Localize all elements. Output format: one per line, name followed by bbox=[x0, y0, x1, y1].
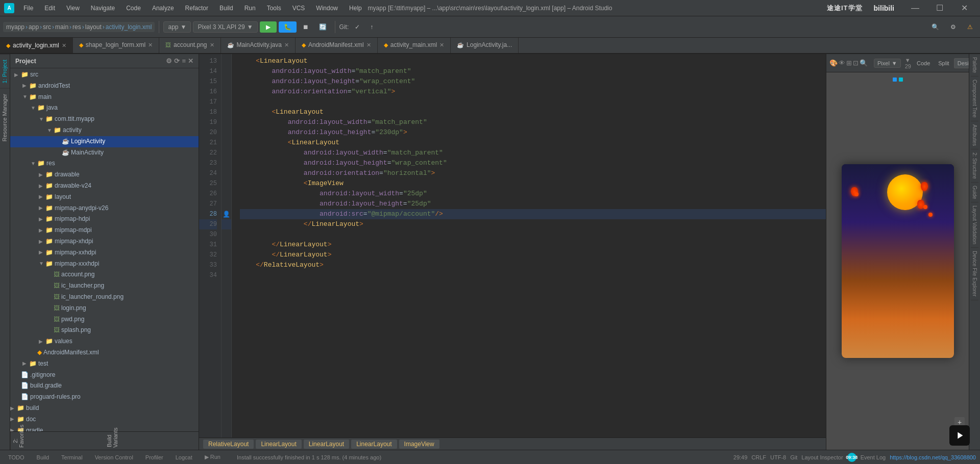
tree-item-drawable[interactable]: ▶ 📁 drawable bbox=[10, 169, 199, 181]
tree-item-mipmap-xxhdpi[interactable]: ▶ 📁 mipmap-xxhdpi bbox=[10, 247, 199, 259]
run-status-button[interactable]: ▶ Run bbox=[201, 453, 225, 461]
tab-mainactivity[interactable]: ☕ MainActivity.java ✕ bbox=[221, 38, 296, 53]
guide-tab[interactable]: Guide bbox=[971, 183, 978, 203]
notification-circle[interactable]: 09:38 bbox=[847, 453, 856, 462]
tree-item-activity-folder[interactable]: ▼ 📁 activity bbox=[10, 125, 199, 136]
tree-item-mipmap-anydpi[interactable]: ▶ 📁 mipmap-anydpi-v26 bbox=[10, 203, 199, 214]
tree-item-test[interactable]: ▶ 📁 test bbox=[10, 358, 199, 370]
bc-file[interactable]: activity_login.xml bbox=[106, 23, 152, 31]
profiler-button[interactable]: Profiler bbox=[141, 453, 167, 461]
preview-device-selector[interactable]: Pixel ▼ bbox=[874, 59, 901, 68]
bc-relativelayout[interactable]: RelativeLayout bbox=[203, 440, 254, 449]
tree-item-java[interactable]: ▼ 📁 java bbox=[10, 102, 199, 114]
tree-item-values[interactable]: ▶ 📁 values bbox=[10, 336, 199, 347]
component-tree-tab[interactable]: Component Tree bbox=[971, 76, 978, 121]
project-collapse-icon[interactable]: ≡ bbox=[182, 57, 186, 65]
menu-run[interactable]: Run bbox=[239, 3, 261, 14]
tab-close-4[interactable]: ✕ bbox=[366, 42, 371, 48]
tree-item-splash-png[interactable]: 🖼 splash.png bbox=[10, 325, 199, 336]
maximize-button[interactable]: ☐ bbox=[928, 0, 951, 16]
tab-loginactivity[interactable]: ☕ LoginActivity.ja... bbox=[451, 38, 519, 53]
menu-view[interactable]: View bbox=[61, 3, 85, 14]
app-selector[interactable]: app ▼ bbox=[163, 21, 191, 33]
constraint-icon[interactable]: ⊡ bbox=[853, 59, 859, 67]
attributes-tab[interactable]: Attributes bbox=[971, 121, 978, 149]
tree-item-mipmap-mdpi[interactable]: ▶ 📁 mipmap-mdpi bbox=[10, 225, 199, 236]
handle-tl[interactable] bbox=[893, 78, 897, 82]
event-log-button[interactable]: Event Log bbox=[861, 454, 886, 460]
logcat-button[interactable]: Logcat bbox=[172, 453, 197, 461]
tree-item-androidtest[interactable]: ▶ 📁 androidTest bbox=[10, 81, 199, 92]
tab-close-3[interactable]: ✕ bbox=[284, 42, 289, 48]
tree-item-proguard[interactable]: 📄 proguard-rules.pro bbox=[10, 392, 199, 403]
palette-icon[interactable]: 🎨 bbox=[829, 59, 838, 67]
handle-tr[interactable] bbox=[899, 78, 903, 82]
bc-main[interactable]: main bbox=[55, 23, 68, 31]
tree-item-layout[interactable]: ▶ 📁 layout bbox=[10, 192, 199, 203]
tree-item-drawable-v24[interactable]: ▶ 📁 drawable-v24 bbox=[10, 181, 199, 192]
bc-myapp[interactable]: myapp bbox=[6, 23, 24, 31]
palette-tab[interactable]: Palette bbox=[971, 54, 978, 76]
structure-tab[interactable]: 2: Structure bbox=[971, 149, 978, 183]
tree-item-src[interactable]: ▶ 📁 src bbox=[10, 69, 199, 81]
tree-item-account-png[interactable]: 🖼 account.png bbox=[10, 269, 199, 280]
menu-tools[interactable]: Tools bbox=[262, 3, 286, 14]
git-check-button[interactable]: ✓ bbox=[351, 21, 364, 33]
sync-button[interactable]: 🔄 bbox=[315, 21, 331, 33]
tree-item-ic-launcher[interactable]: 🖼 ic_launcher.png bbox=[10, 280, 199, 292]
device-file-explorer-tab[interactable]: Device File Explorer bbox=[971, 248, 978, 300]
tree-item-mipmap-xxxhdpi[interactable]: ▼ 📁 mipmap-xxxhdpi bbox=[10, 259, 199, 270]
terminal-button[interactable]: Terminal bbox=[57, 453, 87, 461]
tab-activity-main[interactable]: ◆ activity_main.xml ✕ bbox=[378, 38, 451, 53]
tab-manifest[interactable]: ◆ AndroidManifest.xml ✕ bbox=[296, 38, 378, 53]
device-selector[interactable]: Pixel 3 XL API 29 ▼ bbox=[193, 21, 257, 33]
menu-build[interactable]: Build bbox=[214, 3, 238, 14]
favorites-button[interactable]: 2: Favorites bbox=[10, 432, 105, 450]
layout-inspector-button[interactable]: Layout Inspector bbox=[801, 454, 843, 460]
tree-item-build-gradle-app[interactable]: 📄 build.gradle bbox=[10, 380, 199, 392]
run-button[interactable]: ▶ bbox=[260, 21, 277, 33]
tree-item-login-png[interactable]: 🖼 login.png bbox=[10, 303, 199, 314]
tab-close-0[interactable]: ✕ bbox=[62, 42, 66, 49]
video-player-button[interactable] bbox=[949, 425, 970, 446]
tab-shape-login[interactable]: ◆ shape_login_form.xml ✕ bbox=[73, 38, 159, 53]
tree-item-gradle-folder[interactable]: ▶ 📁 gradle bbox=[10, 425, 199, 432]
menu-navigate[interactable]: Navigate bbox=[86, 3, 120, 14]
menu-code[interactable]: Code bbox=[121, 3, 146, 14]
tree-item-doc-folder[interactable]: ▶ 📁 doc bbox=[10, 414, 199, 425]
project-panel-button[interactable]: 1: Project bbox=[0, 54, 10, 88]
project-close-icon[interactable]: ✕ bbox=[188, 57, 193, 65]
stop-button[interactable]: ⏹ bbox=[299, 21, 313, 33]
eye-icon[interactable]: 👁 bbox=[839, 59, 845, 67]
resource-manager-button[interactable]: Resource Manager bbox=[0, 88, 10, 147]
build-status-button[interactable]: Build bbox=[33, 453, 53, 461]
tab-account-png[interactable]: 🖼 account.png ✕ bbox=[159, 38, 220, 53]
git-update-button[interactable]: ↑ bbox=[366, 21, 377, 33]
bc-imageview[interactable]: ImageView bbox=[399, 440, 439, 449]
build-variants-button[interactable]: Build Variants bbox=[105, 432, 199, 450]
code-lines-container[interactable]: <LinearLayout android:layout_width="matc… bbox=[232, 54, 826, 437]
todo-button[interactable]: TODO bbox=[4, 453, 29, 461]
menu-analyze[interactable]: Analyze bbox=[147, 3, 179, 14]
menu-vcs[interactable]: VCS bbox=[287, 3, 310, 14]
menu-refactor[interactable]: Refactor bbox=[180, 3, 213, 14]
settings-button[interactable]: ⚙ bbox=[946, 21, 960, 33]
bc-linearlayout3[interactable]: LinearLayout bbox=[351, 440, 397, 449]
tab-close-5[interactable]: ✕ bbox=[439, 42, 444, 48]
bc-linearlayout2[interactable]: LinearLayout bbox=[304, 440, 349, 449]
version-control-button[interactable]: Version Control bbox=[91, 453, 137, 461]
menu-window[interactable]: Window bbox=[311, 3, 343, 14]
search-everywhere-button[interactable]: 🔍 bbox=[927, 21, 943, 33]
menu-help[interactable]: Help bbox=[344, 3, 367, 14]
tree-item-mainactivity[interactable]: ☕ MainActivity bbox=[10, 147, 199, 159]
minimize-button[interactable]: — bbox=[903, 0, 927, 16]
close-button[interactable]: ✕ bbox=[952, 0, 976, 16]
menu-edit[interactable]: Edit bbox=[39, 3, 60, 14]
bc-res[interactable]: res bbox=[72, 23, 81, 31]
menu-file[interactable]: File bbox=[18, 3, 38, 14]
tree-item-ic-launcher-round[interactable]: 🖼 ic_launcher_round.png bbox=[10, 292, 199, 303]
tree-item-gitignore-app[interactable]: 📄 .gitignore bbox=[10, 370, 199, 381]
tree-item-res[interactable]: ▼ 📁 res bbox=[10, 158, 199, 169]
bc-layout[interactable]: layout bbox=[85, 23, 102, 31]
zoom-icon[interactable]: 🔍 bbox=[860, 59, 868, 67]
